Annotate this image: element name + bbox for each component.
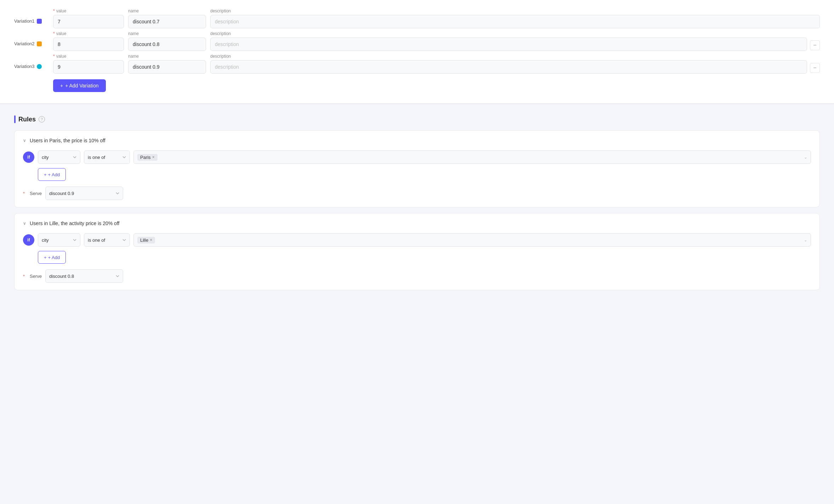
variation-name-group-1: name <box>128 8 206 28</box>
rule-values-container-1[interactable]: Paris × ⌄ <box>133 150 811 164</box>
rules-header: Rules ? <box>14 115 820 123</box>
add-variation-button[interactable]: + + Add Variation <box>53 79 106 92</box>
add-condition-label-2: + Add <box>48 255 60 260</box>
rule-collapse-icon-1[interactable]: ∨ <box>23 138 26 143</box>
rule-value-paris-remove[interactable]: × <box>152 155 155 159</box>
rules-section: Rules ? ∨ Users in Paris, the price is 1… <box>0 104 834 307</box>
variation-value-input-3[interactable] <box>53 60 124 74</box>
rules-title-bar <box>14 115 16 123</box>
rule-operator-select-1[interactable]: is one of <box>84 150 130 164</box>
add-condition-label-1: + Add <box>48 172 60 177</box>
variation-desc-label-2: description <box>210 31 807 36</box>
rule-serve-row-2: * Serve discount 0.7 discount 0.8 discou… <box>23 269 811 283</box>
rule-values-container-2[interactable]: Lille × ⌄ <box>133 233 811 247</box>
variation-name-label-2: name <box>128 31 206 36</box>
variation-fields-2: * value name description <box>53 31 807 51</box>
variation-label-3: Variation3 <box>14 54 53 69</box>
values-dropdown-icon-1: ⌄ <box>804 155 807 160</box>
rule-if-badge-1: if <box>23 151 34 163</box>
rule-serve-select-1[interactable]: discount 0.7 discount 0.8 discount 0.9 <box>45 187 123 200</box>
rule-add-condition-button-1[interactable]: + + Add <box>38 168 66 181</box>
rules-help-icon[interactable]: ? <box>39 116 45 122</box>
variation-name-input-1[interactable] <box>128 15 206 28</box>
variation-label-1: Variation1 <box>14 8 53 24</box>
variation-remove-button-3[interactable]: − <box>810 63 820 73</box>
variation-value-label-2: * value <box>53 31 124 36</box>
variation-name-input-2[interactable] <box>128 38 206 51</box>
add-variation-icon: + <box>60 83 63 88</box>
variation-name-label-3: name <box>128 54 206 59</box>
variation-remove-button-2[interactable]: − <box>810 40 820 50</box>
variation-name-input-3[interactable] <box>128 60 206 74</box>
add-variation-label: + Add Variation <box>65 83 98 88</box>
variation-value-group-1: * value <box>53 8 124 28</box>
variation-name-label-1: name <box>128 8 206 13</box>
rule-condition-row-2: if city is one of Lille × ⌄ <box>23 233 811 247</box>
variation-desc-label-1: description <box>210 8 820 13</box>
variation-name-group-2: name <box>128 31 206 51</box>
rule-collapse-icon-2[interactable]: ∨ <box>23 221 26 226</box>
variation-value-label-3: * value <box>53 54 124 59</box>
variation-desc-group-2: description <box>210 31 807 51</box>
rule-value-tag-lille: Lille × <box>137 237 155 244</box>
variation-id-2: Variation2 <box>14 41 35 46</box>
variation-desc-label-3: description <box>210 54 807 59</box>
variation-desc-group-1: description <box>210 8 820 28</box>
rule-value-paris-text: Paris <box>140 155 151 160</box>
rules-title: Rules <box>18 116 36 123</box>
page-container: Variation1 * value name <box>0 0 834 307</box>
variation-row-1: Variation1 * value name <box>14 8 820 28</box>
variation-fields-3: * value name description <box>53 54 807 74</box>
variation-desc-input-2[interactable] <box>210 38 807 51</box>
rule-if-badge-2: if <box>23 234 34 246</box>
rule-value-tag-paris: Paris × <box>137 154 158 161</box>
variation-row-3: Variation3 * value name <box>14 54 820 74</box>
variation-fields-1: * value name description <box>53 8 820 28</box>
variation-label-2: Variation2 <box>14 31 53 46</box>
rule-city-select-1[interactable]: city <box>38 150 80 164</box>
rule-card-header-2: ∨ Users in Lille, the activity price is … <box>23 220 811 226</box>
variation-dot-2 <box>37 41 42 46</box>
rule-serve-row-1: * Serve discount 0.7 discount 0.8 discou… <box>23 187 811 200</box>
add-condition-plus-icon-1: + <box>44 172 47 177</box>
variation-value-input-2[interactable] <box>53 38 124 51</box>
variation-dot-3 <box>37 64 42 69</box>
variation-dot-1 <box>37 19 42 24</box>
rule-card-2: ∨ Users in Lille, the activity price is … <box>14 213 820 290</box>
rule-condition-row-1: if city is one of Paris × ⌄ <box>23 150 811 164</box>
variations-section: Variation1 * value name <box>0 0 834 104</box>
rule-value-lille-text: Lille <box>140 237 148 243</box>
variation-desc-group-3: description <box>210 54 807 74</box>
rule-city-select-2[interactable]: city <box>38 233 80 247</box>
variation-id-3: Variation3 <box>14 64 35 69</box>
variation-value-input-1[interactable] <box>53 15 124 28</box>
rule-serve-text-2: Serve <box>30 274 42 279</box>
rule-value-lille-remove[interactable]: × <box>150 238 152 242</box>
variation-name-group-3: name <box>128 54 206 74</box>
variation-desc-input-1[interactable] <box>210 15 820 28</box>
variation-row-2: Variation2 * value name <box>14 31 820 51</box>
variation-value-group-2: * value <box>53 31 124 51</box>
variation-id-1: Variation1 <box>14 18 35 24</box>
values-dropdown-icon-2: ⌄ <box>804 238 807 242</box>
rule-card-header-1: ∨ Users in Paris, the price is 10% off <box>23 138 811 143</box>
rule-serve-asterisk-1: * <box>23 191 25 196</box>
rule-card-title-2: Users in Lille, the activity price is 20… <box>30 220 119 226</box>
variation-value-group-3: * value <box>53 54 124 74</box>
rule-serve-text-1: Serve <box>30 191 42 196</box>
rule-card-1: ∨ Users in Paris, the price is 10% off i… <box>14 130 820 207</box>
variation-desc-input-3[interactable] <box>210 60 807 74</box>
rule-card-title-1: Users in Paris, the price is 10% off <box>30 138 105 143</box>
rule-serve-select-2[interactable]: discount 0.7 discount 0.8 discount 0.9 <box>45 269 123 283</box>
variation-value-label-1: * value <box>53 8 124 13</box>
rule-serve-asterisk-2: * <box>23 274 25 279</box>
rule-add-condition-button-2[interactable]: + + Add <box>38 251 66 264</box>
rule-operator-select-2[interactable]: is one of <box>84 233 130 247</box>
add-condition-plus-icon-2: + <box>44 255 47 260</box>
